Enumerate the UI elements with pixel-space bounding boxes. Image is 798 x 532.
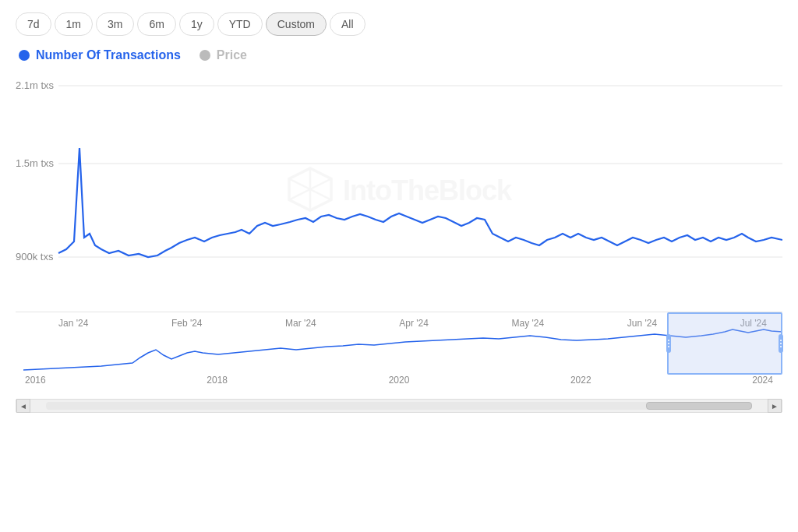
legend-label-price: Price — [217, 48, 247, 62]
scrollbar[interactable]: ◄ ► — [16, 399, 782, 413]
legend-item-price: Price — [200, 48, 247, 62]
svg-text:900k txs: 900k txs — [16, 251, 54, 262]
navigator-x-label: 2020 — [389, 375, 410, 386]
svg-text:2.1m txs: 2.1m txs — [16, 79, 55, 91]
legend-label-transactions: Number Of Transactions — [36, 48, 181, 62]
scrollbar-track — [46, 402, 752, 410]
navigator-x-label: 2018 — [207, 375, 228, 386]
navigator-x-labels: 20162018202020222024 — [16, 375, 782, 386]
time-btn-ytd[interactable]: YTD — [217, 12, 263, 36]
navigator-x-label: 2022 — [570, 375, 591, 386]
svg-text:1.5m txs: 1.5m txs — [16, 157, 55, 169]
legend-item-transactions: Number Of Transactions — [19, 48, 181, 62]
navigator-x-label: 2016 — [25, 375, 46, 386]
time-btn-1m[interactable]: 1m — [55, 12, 93, 36]
time-btn-3m[interactable]: 3m — [96, 12, 134, 36]
scroll-right-arrow[interactable]: ► — [768, 399, 782, 413]
legend-dot-transactions — [19, 50, 30, 61]
time-range-bar: 7d1m3m6m1yYTDCustomAll — [16, 12, 782, 36]
main-chart-area: IntoTheBlock 2.1m txs 1.5m txs 900k txs … — [16, 70, 782, 312]
main-container: 7d1m3m6m1yYTDCustomAll Number Of Transac… — [0, 0, 798, 532]
chart-legend: Number Of Transactions Price — [16, 48, 782, 62]
scroll-left-arrow[interactable]: ◄ — [16, 399, 30, 413]
legend-dot-price — [200, 50, 210, 61]
main-chart-svg: 2.1m txs 1.5m txs 900k txs — [16, 70, 782, 312]
navigator-svg — [16, 312, 782, 375]
scrollbar-thumb[interactable] — [646, 402, 752, 410]
time-btn-7d[interactable]: 7d — [16, 12, 51, 36]
time-btn-1y[interactable]: 1y — [179, 12, 214, 36]
time-btn-custom[interactable]: Custom — [266, 12, 327, 36]
time-btn-all[interactable]: All — [330, 12, 365, 36]
navigator-area: 20162018202020222024 — [16, 312, 782, 397]
time-btn-6m[interactable]: 6m — [137, 12, 175, 36]
navigator-x-label: 2024 — [752, 375, 773, 386]
